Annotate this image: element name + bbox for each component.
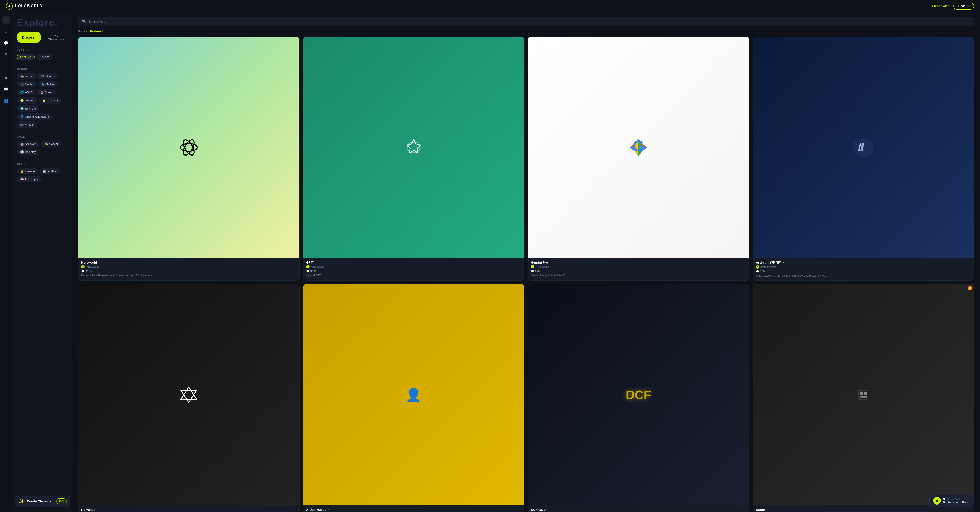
card-stats-row: 💬 3.5k: [756, 270, 971, 273]
card-body-dcf: DCF GOD ✓ D @dcfgod: [528, 505, 749, 512]
bitcoin-badge: ₿: [968, 286, 972, 290]
filter-vtuber[interactable]: 📺VTuber: [17, 122, 37, 128]
filter-twitter[interactable]: 🐦Twitter: [38, 81, 58, 87]
sort-newest[interactable]: Newest: [36, 54, 52, 60]
chat-icon: 💬: [756, 270, 759, 273]
filter-roleplay[interactable]: 🎲Roleplay: [17, 149, 39, 155]
card-name-row: Gemini Pro: [531, 261, 746, 264]
card-holoworld[interactable]: Holoworld ✓ H @holoworld 💬 90.7k Decentr…: [78, 37, 299, 281]
main-layout: ⌂ ☆ 💬 ⊞ ＋ ◆ 📖 👥 Explore. Discover My Cha…: [0, 13, 980, 512]
verified-badge: ✓: [328, 508, 330, 511]
sidebar-item-add[interactable]: ＋: [2, 62, 10, 70]
chat-bubble-icon: 💬: [943, 498, 946, 501]
sort-row: Sort by: Featured: [78, 30, 974, 33]
filter-movies[interactable]: 🎬Movies: [17, 81, 37, 87]
domo-svg: [855, 386, 872, 403]
chat-icon: 💬: [306, 270, 309, 273]
card-handle: @holoworld: [535, 265, 549, 268]
card-gpt4[interactable]: GPT4 H @holoworld 💬 30.6k OpenAI GPT4: [303, 37, 525, 281]
chat-icon: 💬: [81, 270, 84, 273]
card-name-row: Domo ✓: [756, 508, 971, 511]
svg-marker-7: [181, 387, 196, 399]
verified-badge: ✓: [98, 508, 100, 511]
filter-mascot[interactable]: 🎭Mascot: [41, 141, 61, 147]
filter-philosophy[interactable]: 🧠Philosophy: [17, 176, 42, 182]
tab-my-characters[interactable]: My Characters: [43, 32, 69, 43]
logo[interactable]: ⊕ HOLOWORLD: [6, 3, 43, 10]
filter-politics[interactable]: 🏛️Politics: [40, 168, 59, 174]
origin-label: ORIGIN: [17, 68, 67, 70]
card-handle: @holoworld: [311, 265, 325, 268]
handle-avatar: H: [531, 265, 535, 268]
card-image-domo: ₿: [753, 284, 974, 505]
card-arbitrum[interactable]: // / Arbitrum (🤍,🤍) ✓ A @arbitrumfdn 💬: [753, 37, 974, 281]
card-arthur[interactable]: 👤 Arthur Hayes ✓ A @cryptohayes: [303, 284, 525, 512]
upgrade-button[interactable]: ⬡ UPGRADE: [930, 5, 950, 8]
filter-books[interactable]: 📚Books: [37, 89, 56, 95]
goal-filters: 🤖Assistant 🎭Mascot 🎲Roleplay: [17, 141, 67, 155]
filter-celebrity[interactable]: ⭐Celebrity: [39, 97, 61, 103]
card-stats-row: 💬 5.8k: [531, 270, 746, 273]
card-name: Arbitrum (🤍,🤍): [756, 261, 781, 265]
recent-chat-avatar: H: [933, 497, 941, 504]
filter-games[interactable]: 🎮Games: [38, 73, 58, 79]
filter-finance[interactable]: 💰Finance: [17, 168, 38, 174]
sidebar-item-gallery[interactable]: ⊞: [2, 51, 10, 59]
filter-memes[interactable]: 😂Memes: [17, 97, 37, 103]
card-name-row: DCF GOD ✓: [531, 508, 746, 511]
go-button[interactable]: GO: [56, 498, 67, 504]
recent-chat-widget[interactable]: H 💬 Recent Chat Continue with Holo...: [929, 495, 974, 507]
sidebar-item-book[interactable]: 📖: [2, 85, 10, 93]
card-desc: Decentralized AI marketplace. Create int…: [81, 274, 296, 277]
filter-original[interactable]: 👤Original Characters: [17, 113, 52, 120]
filter-real-life[interactable]: 🌍Real Life: [17, 105, 39, 112]
recent-chat-name: Continue with Holo...: [943, 501, 970, 504]
sidebar-item-people[interactable]: 👥: [2, 97, 10, 105]
card-gemini[interactable]: G Gemini Pro H @holoworld 💬 5.8k G: [528, 37, 749, 281]
goal-label: GOAL: [17, 136, 67, 138]
card-stat: 90.7k: [86, 270, 92, 273]
card-image-polychain: [78, 284, 299, 505]
card-dcf[interactable]: DCF DCF GOD ✓ D @dcfgod: [528, 284, 749, 512]
upgrade-icon: ⬡: [930, 5, 933, 8]
gpt4-svg: [404, 138, 423, 157]
tab-discover[interactable]: Discover: [17, 32, 41, 43]
page-title: Explore.: [17, 18, 67, 27]
sidebar-item-diamond[interactable]: ◆: [2, 74, 10, 81]
arbitrum-svg: // /: [853, 137, 874, 158]
arthur-emoji: 👤: [406, 387, 422, 402]
card-name-row: Arthur Hayes ✓: [306, 508, 521, 511]
create-char-icon: ✨: [19, 499, 24, 504]
sort-featured[interactable]: Featured: [17, 54, 35, 60]
tab-group: Discover My Characters: [17, 32, 67, 43]
card-handle-row: H @holoworld: [531, 265, 746, 268]
card-domo[interactable]: ₿ Domo ✓ D @domo: [753, 284, 974, 512]
card-stat: 3.5k: [760, 270, 765, 273]
card-name-row: GPT4: [306, 261, 521, 264]
filter-anime[interactable]: 🎭Anime: [17, 73, 36, 79]
sidebar-item-chat[interactable]: 💬: [2, 39, 10, 47]
cards-grid: Holoworld ✓ H @holoworld 💬 90.7k Decentr…: [78, 37, 974, 512]
topnav-right: ⬡ UPGRADE LOGIN: [930, 3, 974, 10]
search-bar: 🔍: [78, 17, 974, 26]
icon-bar: ⌂ ☆ 💬 ⊞ ＋ ◆ 📖 👥: [0, 13, 13, 512]
sidebar-item-star[interactable]: ☆: [2, 28, 10, 35]
sidebar-item-home[interactable]: ⌂: [2, 16, 10, 24]
card-name: Domo: [756, 508, 765, 511]
filter-assistant[interactable]: 🤖Assistant: [17, 141, 40, 147]
sidebar: Explore. Discover My Characters SORT BY …: [13, 13, 72, 512]
login-button[interactable]: LOGIN: [953, 3, 974, 10]
card-name: Gemini Pro: [531, 261, 548, 264]
top-navigation: ⊕ HOLOWORLD ⬡ UPGRADE LOGIN: [0, 0, 980, 13]
card-desc: Official account of the Arbitrum Foundat…: [756, 274, 971, 277]
card-handle-row: H @holoworld: [81, 265, 296, 268]
dcf-text: DCF: [624, 387, 653, 403]
svg-text:/: /: [860, 141, 863, 154]
svg-rect-12: [864, 392, 867, 395]
chat-icon: 💬: [531, 270, 534, 273]
filter-web3[interactable]: 🌐Web3: [17, 89, 35, 95]
holoworld-svg: [178, 137, 199, 158]
card-polychain[interactable]: Polychain ✓ P @polychain: [78, 284, 299, 512]
search-input[interactable]: [89, 20, 970, 23]
svg-rect-11: [860, 392, 862, 395]
